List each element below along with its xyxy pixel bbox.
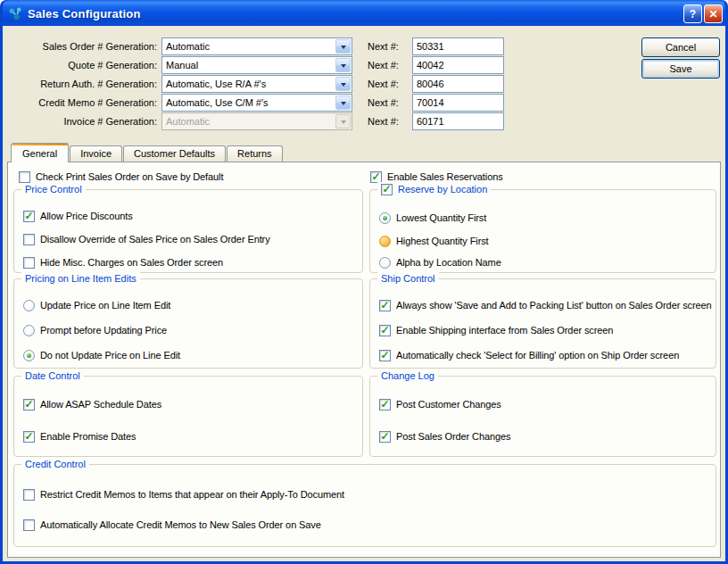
always-show-packing-list-checkbox[interactable]: ✓ Always show 'Save and Add to Packing L…	[379, 299, 712, 312]
help-button[interactable]: ?	[683, 4, 702, 23]
tab-customer-defaults[interactable]: Customer Defaults	[123, 145, 226, 162]
checkbox-box[interactable]	[23, 489, 35, 501]
hide-misc-charges-checkbox[interactable]: Hide Misc. Charges on Sales Order screen	[23, 256, 223, 270]
app-icon	[8, 6, 23, 21]
chevron-down-icon[interactable]	[335, 39, 351, 54]
allow-asap-schedule-dates-checkbox[interactable]: ✓ Allow ASAP Schedule Dates	[23, 398, 161, 411]
check-icon: ✓	[24, 431, 33, 442]
do-not-update-price-radio[interactable]: Do not Update Price on Line Edit	[23, 349, 180, 362]
checkbox-label: Hide Misc. Charges on Sales Order screen	[40, 256, 223, 270]
group-title: Change Log	[377, 369, 438, 382]
check-icon: ✓	[24, 399, 33, 410]
checkbox-box[interactable]: ✓	[23, 399, 35, 411]
combobox-value: Automatic, Use C/M #'s	[162, 95, 335, 111]
checkbox-box[interactable]	[23, 519, 35, 531]
general-tab-panel: Check Print Sales Order on Save by Defau…	[7, 162, 721, 558]
quote-generation-combobox[interactable]: Manual	[161, 56, 352, 74]
sales-order-next-number-input[interactable]	[412, 37, 504, 55]
checkbox-box[interactable]	[23, 257, 35, 269]
check-icon: ✓	[380, 399, 389, 410]
radio-button[interactable]	[379, 212, 391, 224]
checkbox-box[interactable]	[19, 171, 30, 183]
generation-row: Invoice # Generation: Automatic Next #:	[3, 112, 725, 131]
highest-quantity-first-radio[interactable]: Highest Quantity First	[379, 235, 489, 248]
reserve-by-location-checkbox[interactable]: ✓ Reserve by Location	[377, 182, 491, 196]
radio-button[interactable]	[23, 350, 35, 361]
radio-button[interactable]	[23, 325, 35, 336]
group-title: Price Control	[21, 183, 86, 195]
check-icon: ✓	[380, 431, 389, 442]
group-title: Reserve by Location	[398, 184, 487, 195]
update-price-line-item-radio[interactable]: Update Price on Line Item Edit	[23, 299, 170, 312]
group-title: Date Control	[21, 369, 84, 382]
checkbox-label: Allow ASAP Schedule Dates	[40, 398, 161, 411]
return-auth-generation-label: Return Auth. # Generation:	[8, 75, 157, 93]
restrict-credit-memos-checkbox[interactable]: Restrict Credit Memos to Items that appe…	[23, 488, 344, 502]
alpha-by-location-name-radio[interactable]: Alpha by Location Name	[379, 256, 501, 270]
lowest-quantity-first-radio[interactable]: Lowest Quantity First	[379, 212, 486, 225]
prompt-before-updating-price-radio[interactable]: Prompt before Updating Price	[23, 324, 167, 337]
checkbox-box[interactable]: ✓	[379, 300, 391, 311]
checkbox-box[interactable]: ✓	[379, 399, 391, 411]
checkbox-box[interactable]: ✓	[379, 431, 391, 443]
auto-check-select-for-billing-checkbox[interactable]: ✓ Automatically check 'Select for Billin…	[379, 349, 679, 362]
credit-memo-generation-combobox[interactable]: Automatic, Use C/M #'s	[161, 94, 352, 112]
close-button[interactable]: ✕	[704, 4, 723, 23]
chevron-down-icon[interactable]	[335, 95, 351, 110]
checkbox-label: Disallow Override of Sales Price on Sale…	[40, 233, 270, 246]
credit-memo-generation-label: Credit Memo # Generation:	[8, 94, 157, 112]
checkbox-box[interactable]: ✓	[381, 184, 393, 195]
sales-order-generation-label: Sales Order # Generation:	[8, 37, 157, 55]
titlebar[interactable]: Sales Configuration ? ✕	[3, 0, 725, 26]
check-icon: ✓	[24, 211, 33, 221]
tab-invoice[interactable]: Invoice	[70, 145, 122, 162]
save-button[interactable]: Save	[641, 59, 720, 79]
checkbox-label: Restrict Credit Memos to Items that appe…	[40, 488, 344, 502]
post-sales-order-changes-checkbox[interactable]: ✓ Post Sales Order Changes	[379, 430, 510, 444]
checkbox-box[interactable]	[23, 234, 35, 245]
checkbox-label: Check Print Sales Order on Save by Defau…	[36, 170, 223, 184]
invoice-generation-combobox: Automatic	[161, 112, 352, 130]
combobox-value: Automatic	[162, 114, 335, 129]
check-print-sales-order-checkbox[interactable]: Check Print Sales Order on Save by Defau…	[19, 170, 223, 184]
tab-general[interactable]: General	[11, 143, 69, 162]
checkbox-box[interactable]: ✓	[23, 431, 35, 443]
invoice-next-number-input[interactable]	[412, 112, 504, 130]
check-icon: ✓	[380, 300, 389, 311]
return-auth-generation-combobox[interactable]: Automatic, Use R/A #'s	[161, 75, 352, 93]
change-log-group: Change Log ✓ Post Customer Changes ✓ Pos…	[369, 376, 716, 457]
quote-next-number-input[interactable]	[412, 56, 504, 74]
disallow-override-sales-price-checkbox[interactable]: Disallow Override of Sales Price on Sale…	[23, 233, 270, 246]
allow-price-discounts-checkbox[interactable]: ✓ Allow Price Discounts	[23, 210, 133, 223]
check-icon: ✓	[382, 184, 391, 195]
dialog-body: Sales Order # Generation: Automatic Next…	[3, 26, 725, 561]
next-number-label: Next #:	[368, 56, 399, 74]
combobox-value: Manual	[162, 58, 335, 73]
checkbox-box[interactable]: ✓	[379, 350, 391, 361]
checkbox-box[interactable]: ✓	[379, 325, 391, 336]
return-auth-next-number-input[interactable]	[412, 75, 504, 93]
radio-button[interactable]	[379, 236, 391, 247]
auto-allocate-credit-memos-checkbox[interactable]: Automatically Allocate Credit Memos to N…	[23, 518, 321, 532]
radio-button[interactable]	[379, 257, 391, 269]
post-customer-changes-checkbox[interactable]: ✓ Post Customer Changes	[379, 398, 501, 411]
enable-promise-dates-checkbox[interactable]: ✓ Enable Promise Dates	[23, 430, 136, 444]
cancel-button[interactable]: Cancel	[641, 37, 720, 57]
check-icon: ✓	[371, 171, 380, 182]
credit-memo-next-number-input[interactable]	[412, 94, 504, 112]
price-control-group: Price Control ✓ Allow Price Discounts Di…	[13, 189, 363, 273]
checkbox-box[interactable]: ✓	[23, 211, 35, 222]
chevron-down-icon[interactable]	[335, 77, 351, 91]
radio-button[interactable]	[23, 300, 35, 311]
next-number-label: Next #:	[368, 37, 399, 55]
quote-generation-label: Quote # Generation:	[8, 56, 157, 74]
sales-order-generation-combobox[interactable]: Automatic	[161, 37, 352, 55]
next-number-label: Next #:	[368, 94, 399, 112]
group-title: Pricing on Line Item Edits	[21, 272, 140, 285]
tab-returns[interactable]: Returns	[227, 145, 283, 162]
chevron-down-icon[interactable]	[335, 58, 351, 72]
next-number-label: Next #:	[368, 112, 399, 130]
enable-shipping-interface-checkbox[interactable]: ✓ Enable Shipping interface from Sales O…	[379, 324, 613, 337]
credit-control-group: Credit Control Restrict Credit Memos to …	[13, 464, 716, 547]
checkbox-label: Always show 'Save and Add to Packing Lis…	[396, 299, 712, 312]
